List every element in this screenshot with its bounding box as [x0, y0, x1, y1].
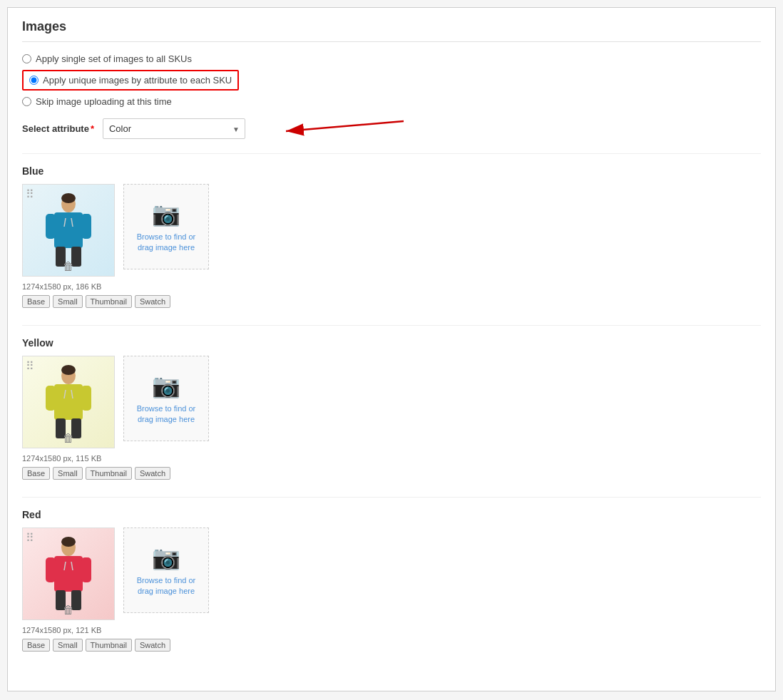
red-section: Red ⠿ 🗑 📷 Browse to fin [22, 497, 761, 652]
delete-red-image[interactable]: 🗑 [63, 604, 74, 617]
radio-single-set-input[interactable] [22, 54, 31, 63]
radio-skip-upload[interactable]: Skip image uploading at this time [22, 96, 761, 107]
attribute-select[interactable]: Color Size Material [103, 118, 245, 139]
tag-thumbnail-blue: Thumbnail [86, 295, 132, 308]
tag-small-red: Small [53, 639, 83, 652]
radio-skip-input[interactable] [22, 97, 31, 106]
tag-swatch-blue: Swatch [135, 295, 170, 308]
page-container: Images Apply single set of images to all… [7, 7, 776, 691]
camera-icon-red: 📷 [152, 544, 180, 571]
svg-point-12 [61, 365, 76, 375]
blue-images-row: ⠿ [22, 184, 761, 277]
tag-thumbnail-red: Thumbnail [86, 639, 132, 652]
red-upload-text: Browse to find ordrag image here [137, 575, 196, 597]
red-product-image [40, 535, 97, 613]
blue-image-slot: ⠿ [22, 184, 115, 277]
tag-base-red: Base [22, 639, 50, 652]
svg-line-1 [286, 121, 404, 131]
svg-rect-15 [81, 386, 91, 411]
svg-point-3 [61, 193, 76, 203]
svg-rect-22 [54, 556, 83, 592]
yellow-tags-row: Base Small Thumbnail Swatch [22, 467, 761, 480]
blue-product-image [40, 191, 97, 269]
yellow-product-image [40, 363, 97, 441]
tag-small-yellow: Small [53, 467, 83, 480]
blue-label: Blue [22, 165, 761, 177]
tag-thumbnail-yellow: Thumbnail [86, 467, 132, 480]
yellow-image-meta: 1274x1580 px, 115 KB [22, 454, 761, 463]
red-image-slot: ⠿ 🗑 [22, 527, 115, 620]
svg-rect-14 [46, 386, 56, 411]
arrow-annotation [279, 115, 407, 144]
drag-handle-blue[interactable]: ⠿ [26, 187, 34, 201]
yellow-upload-text: Browse to find ordrag image here [137, 403, 196, 426]
yellow-upload-slot[interactable]: 📷 Browse to find ordrag image here [123, 356, 209, 441]
radio-group: Apply single set of images to all SKUs A… [22, 53, 761, 107]
attribute-row: Select attribute* Color Size Material [22, 118, 761, 139]
red-image-meta: 1274x1580 px, 121 KB [22, 626, 761, 634]
blue-section: Blue ⠿ [22, 153, 761, 308]
svg-rect-13 [54, 384, 83, 420]
tag-base-blue: Base [22, 295, 50, 308]
svg-rect-6 [81, 214, 91, 239]
svg-rect-24 [81, 557, 91, 582]
tag-small-blue: Small [53, 295, 83, 308]
tag-base-yellow: Base [22, 467, 50, 480]
yellow-section: Yellow ⠿ 🗑 📷 Browse to [22, 325, 761, 480]
blue-image-meta: 1274x1580 px, 186 KB [22, 282, 761, 291]
blue-upload-text: Browse to find ordrag image here [137, 232, 196, 254]
yellow-label: Yellow [22, 337, 761, 349]
attribute-label: Select attribute* [22, 123, 94, 134]
drag-handle-yellow[interactable]: ⠿ [26, 359, 34, 373]
svg-point-21 [61, 537, 76, 547]
select-wrapper: Color Size Material [103, 118, 245, 139]
delete-yellow-image[interactable]: 🗑 [63, 432, 74, 445]
radio-unique-input[interactable] [29, 76, 39, 85]
camera-icon-yellow: 📷 [152, 372, 180, 399]
yellow-images-row: ⠿ 🗑 📷 Browse to find ordrag image here [22, 356, 761, 448]
radio-single-set[interactable]: Apply single set of images to all SKUs [22, 53, 761, 64]
drag-handle-red[interactable]: ⠿ [26, 531, 34, 545]
blue-upload-slot[interactable]: 📷 Browse to find ordrag image here [123, 184, 209, 269]
red-images-row: ⠿ 🗑 📷 Browse to find ordrag image here [22, 527, 761, 620]
required-star: * [91, 123, 94, 134]
tag-swatch-yellow: Swatch [135, 467, 170, 480]
svg-rect-5 [46, 214, 56, 239]
delete-blue-image[interactable]: 🗑 [63, 260, 74, 273]
tag-swatch-red: Swatch [135, 639, 170, 652]
red-upload-slot[interactable]: 📷 Browse to find ordrag image here [123, 527, 209, 613]
svg-rect-23 [46, 557, 56, 582]
yellow-image-slot: ⠿ 🗑 [22, 356, 115, 448]
svg-rect-4 [54, 212, 83, 248]
radio-unique-by-attribute[interactable]: Apply unique images by attribute to each… [22, 70, 239, 91]
blue-tags-row: Base Small Thumbnail Swatch [22, 295, 761, 308]
page-title: Images [22, 19, 761, 42]
red-label: Red [22, 509, 761, 520]
camera-icon-blue: 📷 [152, 200, 180, 227]
red-tags-row: Base Small Thumbnail Swatch [22, 639, 761, 652]
